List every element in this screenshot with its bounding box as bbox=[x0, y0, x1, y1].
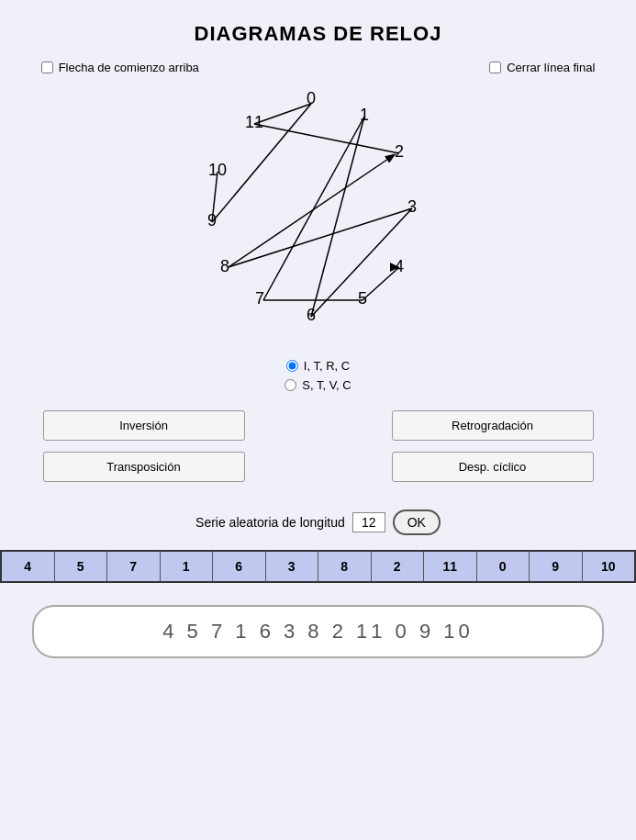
svg-line-15 bbox=[311, 117, 364, 317]
series-cell-4: 6 bbox=[213, 552, 266, 581]
retrogradacion-button[interactable]: Retrogradación bbox=[392, 410, 594, 441]
series-cell-6: 8 bbox=[318, 552, 372, 581]
svg-text:5: 5 bbox=[357, 289, 366, 308]
svg-text:8: 8 bbox=[219, 257, 229, 275]
svg-text:3: 3 bbox=[407, 197, 416, 216]
series-cell-2: 7 bbox=[107, 552, 161, 581]
svg-text:2: 2 bbox=[394, 142, 403, 161]
start-arrow-text: Flecha de comienzo arriba bbox=[59, 61, 199, 74]
series-display: 45716382110910 bbox=[0, 550, 636, 583]
svg-line-14 bbox=[263, 117, 364, 300]
series-cell-1: 5 bbox=[55, 552, 108, 581]
output-display: 4 5 7 1 6 3 8 2 11 0 9 10 bbox=[32, 605, 605, 658]
radio-itrc-label[interactable]: I, T, R, C bbox=[286, 359, 350, 373]
series-cell-7: 2 bbox=[372, 552, 425, 581]
series-length-input[interactable] bbox=[352, 512, 385, 532]
desp-ciclico-button[interactable]: Desp. cíclico bbox=[392, 452, 594, 482]
inversion-button[interactable]: Inversión bbox=[43, 410, 245, 441]
radio-stvc-label[interactable]: S, T, V, C bbox=[285, 378, 351, 392]
series-cell-8: 11 bbox=[424, 552, 477, 581]
radio-itrc-text: I, T, R, C bbox=[304, 359, 350, 373]
ok-button[interactable]: OK bbox=[393, 510, 441, 535]
series-cell-11: 10 bbox=[583, 552, 635, 581]
radio-group: I, T, R, C S, T, V, C bbox=[285, 359, 351, 392]
start-arrow-label[interactable]: Flecha de comienzo arriba bbox=[41, 61, 199, 74]
radio-stvc[interactable] bbox=[285, 379, 296, 391]
series-cell-5: 3 bbox=[266, 552, 319, 581]
series-cell-10: 9 bbox=[530, 552, 583, 581]
radio-stvc-text: S, T, V, C bbox=[302, 378, 351, 392]
svg-line-19 bbox=[254, 124, 399, 153]
checkboxes-row: Flecha de comienzo arriba Cerrar línea f… bbox=[32, 61, 605, 74]
close-line-label[interactable]: Cerrar línea final bbox=[489, 61, 595, 74]
svg-line-12 bbox=[363, 267, 399, 300]
series-cell-0: 4 bbox=[2, 552, 55, 581]
transposicion-button[interactable]: Transposición bbox=[43, 452, 245, 482]
close-line-text: Cerrar línea final bbox=[507, 61, 595, 74]
clock-diagram: 0 1 2 3 4 5 6 7 8 9 10 11 bbox=[172, 84, 465, 341]
radio-itrc[interactable] bbox=[286, 360, 298, 372]
start-arrow-checkbox[interactable] bbox=[41, 62, 53, 73]
random-series-row: Serie aleatoria de longitud OK bbox=[195, 510, 441, 535]
buttons-grid: Inversión Retrogradación Transposición D… bbox=[43, 410, 594, 482]
series-cell-3: 1 bbox=[161, 552, 214, 581]
random-series-label: Serie aleatoria de longitud bbox=[195, 515, 345, 530]
svg-text:7: 7 bbox=[254, 289, 263, 308]
page-title: DIAGRAMAS DE RELOJ bbox=[195, 22, 442, 46]
close-line-checkbox[interactable] bbox=[489, 62, 501, 73]
series-cell-9: 0 bbox=[477, 552, 530, 581]
